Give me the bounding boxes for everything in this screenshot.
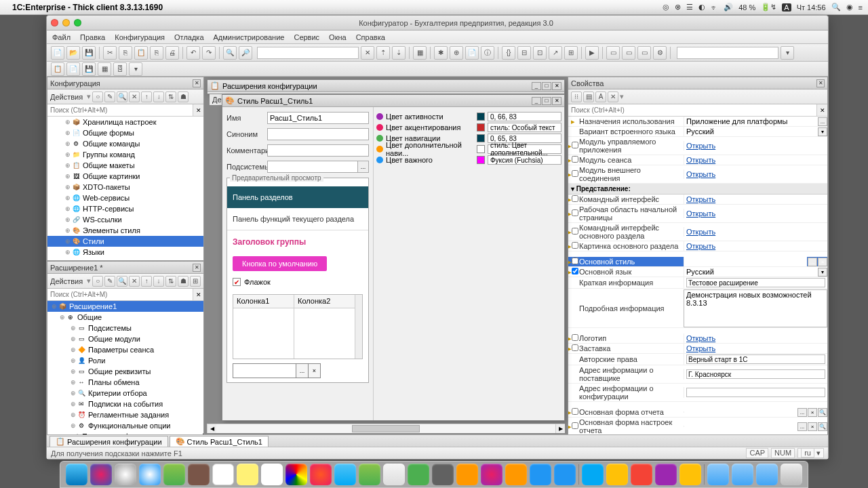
notif-icon[interactable]: ≡ — [859, 3, 863, 12]
toolbar-search[interactable] — [257, 47, 359, 59]
dock-messages-icon[interactable] — [334, 464, 356, 485]
menu-admin[interactable]: Администрирование — [214, 33, 285, 41]
tb-icon[interactable]: 📄 — [66, 62, 80, 76]
tray-icon[interactable]: ◎ — [663, 3, 669, 12]
tree-item[interactable]: ⊕⏰Регламентные задания — [47, 409, 203, 420]
property-row[interactable]: ▸Модуль сеансаОткрыть — [568, 155, 827, 165]
menu-file[interactable]: Файл — [52, 33, 71, 41]
tree-item[interactable]: ⊕🔶Параметры сеанса — [47, 344, 203, 355]
max-icon[interactable]: □ — [542, 97, 551, 105]
tb-icon[interactable]: ⊞ — [564, 46, 578, 60]
dock-teamviewer-icon[interactable] — [554, 464, 576, 485]
dock-trash-icon[interactable] — [781, 464, 802, 485]
tb-icon[interactable]: ▦ — [413, 46, 427, 60]
config-tree[interactable]: ⊕📦Хранилища настроек⊕📄Общие формы⊕⚙Общие… — [47, 117, 203, 260]
tb-icon[interactable]: ▭ — [606, 46, 620, 60]
tree-item[interactable]: ⊕✉Подписки на события — [47, 399, 203, 409]
open-icon[interactable]: 📂 — [66, 46, 80, 60]
nav-up-icon[interactable]: ⇡ — [376, 46, 390, 60]
tb-icon[interactable]: ⚙ — [653, 46, 667, 60]
cat-icon[interactable]: ▤ — [583, 92, 594, 102]
siri-icon[interactable]: ◉ — [846, 3, 853, 12]
max-icon[interactable]: □ — [542, 82, 551, 90]
h-scrollbar[interactable]: ◀▶ — [207, 424, 565, 433]
dock-skype-icon[interactable] — [582, 464, 604, 485]
tb-icon[interactable]: 🔍 — [117, 92, 127, 102]
tb-icon[interactable]: 🔍 — [117, 276, 127, 287]
dock-contacts-icon[interactable] — [188, 464, 210, 485]
tb-icon[interactable]: ▭ — [637, 46, 651, 60]
sort-icon[interactable]: ⇅ — [165, 276, 176, 287]
dock-appstore-icon[interactable] — [530, 464, 551, 485]
print-icon[interactable]: 🖨 — [165, 46, 179, 60]
delete-icon[interactable]: ✕ — [129, 92, 140, 102]
sort-icon[interactable]: ⁝⁝ — [571, 92, 582, 102]
tree-item[interactable]: ⊕📦XDTO-пакеты — [47, 182, 203, 192]
tb-icon[interactable]: 📄 — [465, 46, 479, 60]
property-row[interactable]: ▸Основная форма отчета...×🔍 — [568, 407, 827, 418]
min-icon[interactable]: _ — [532, 97, 541, 105]
tb-icon[interactable]: ▦ — [98, 62, 111, 76]
subsystems-input[interactable] — [267, 161, 358, 173]
tree-item[interactable]: ⊕↔Планы обмена — [47, 377, 203, 388]
property-row[interactable]: ▸Основной языкРусский▾ — [568, 267, 827, 277]
synonym-input[interactable] — [267, 128, 369, 140]
tree-item[interactable]: ⊕🎨Стили — [47, 236, 203, 247]
dock-1c-icon[interactable] — [679, 464, 701, 485]
property-row[interactable]: ▸Картинка основного разделаОткрыть — [568, 241, 827, 251]
extension-tree[interactable]: ⊕📦Расширение1⊕⊕Общие⊕▭Подсистемы⊕▭Общие … — [47, 301, 203, 434]
dock-finder-icon[interactable] — [66, 464, 87, 485]
nav-dn-icon[interactable]: ⇣ — [392, 46, 406, 60]
clear-icon[interactable]: ✕ — [608, 92, 618, 102]
property-row[interactable]: ▸Основной стильРасш1_Стиль1...× — [568, 257, 827, 267]
props-body[interactable]: ▸Назначения использованияПриложение для … — [568, 117, 827, 434]
actions-label[interactable]: Действия — [50, 93, 83, 101]
down-icon[interactable]: ↓ — [153, 92, 164, 102]
dock-ibooks-icon[interactable] — [505, 464, 527, 485]
tree-item[interactable]: ⊕©Константы — [47, 258, 203, 260]
dock-calendar-icon[interactable] — [212, 464, 234, 485]
dock-safari-icon[interactable] — [139, 464, 161, 485]
menu-service[interactable]: Сервис — [294, 33, 319, 41]
dock-facetime-icon[interactable] — [359, 464, 380, 485]
property-row[interactable]: Адрес информации о конфигурации — [568, 384, 827, 402]
dd-icon[interactable]: ▾ — [87, 277, 91, 285]
color-row[interactable]: Цвет акцентированиястиль: Особый текст — [376, 122, 561, 133]
tb-icon[interactable]: ✱ — [434, 46, 448, 60]
preview-checkbox[interactable]: ✔Флажок — [227, 274, 368, 290]
alpha-icon[interactable]: A — [595, 92, 606, 102]
tree-item[interactable]: ⊕📁Группы команд — [47, 149, 203, 160]
color-row[interactable]: Цвет важногоФуксия (Fuchsia) — [376, 155, 561, 165]
help-icon[interactable]: ⓘ — [481, 46, 494, 60]
dd-icon[interactable]: ▾ — [129, 62, 142, 76]
dock-photos-icon[interactable] — [285, 464, 307, 485]
tree-item[interactable]: ⊕📦Хранилища настроек — [47, 117, 203, 127]
dock-1c-icon[interactable] — [606, 464, 628, 485]
tree-item[interactable]: ⊕📦Расширение1 — [47, 301, 203, 312]
property-row[interactable]: ▸Основная форма настроек отчета...×🔍 — [568, 418, 827, 434]
close-icon[interactable]: ✕ — [552, 97, 561, 105]
tb-icon[interactable]: {} — [502, 46, 515, 60]
wifi-icon[interactable]: ᯤ — [711, 3, 718, 12]
tb-icon[interactable]: 📋 — [51, 62, 64, 76]
preview-input[interactable]: ...× — [233, 363, 321, 378]
add-icon[interactable]: ○ — [92, 92, 103, 102]
tb-icon[interactable]: ✎ — [104, 276, 115, 287]
close-icon[interactable]: ✕ — [193, 79, 201, 87]
redo-icon[interactable]: ↷ — [202, 46, 216, 60]
comment-input[interactable] — [267, 144, 369, 157]
up-icon[interactable]: ↑ — [141, 276, 152, 287]
tb-icon[interactable]: 🗄 — [113, 62, 127, 76]
menu-help[interactable]: Справка — [356, 33, 385, 41]
clear-icon[interactable]: ✕ — [816, 104, 827, 116]
tree-item[interactable]: ⊕⊕Общие — [47, 312, 203, 323]
tab[interactable]: 📋Расширения конфигурации — [50, 436, 168, 447]
tree-item[interactable]: ⊕📄Общие формы — [47, 127, 203, 138]
tree-item[interactable]: ⊕⚙Общие команды — [47, 138, 203, 149]
tree-item[interactable]: ⊕🌐Web-сервисы — [47, 192, 203, 203]
down-icon[interactable]: ↓ — [153, 276, 164, 287]
dock-settings-icon[interactable] — [432, 464, 454, 485]
name-input[interactable] — [267, 112, 369, 124]
add-icon[interactable]: ○ — [92, 276, 103, 287]
preview-button[interactable]: Кнопка по умолчанию — [233, 256, 327, 271]
